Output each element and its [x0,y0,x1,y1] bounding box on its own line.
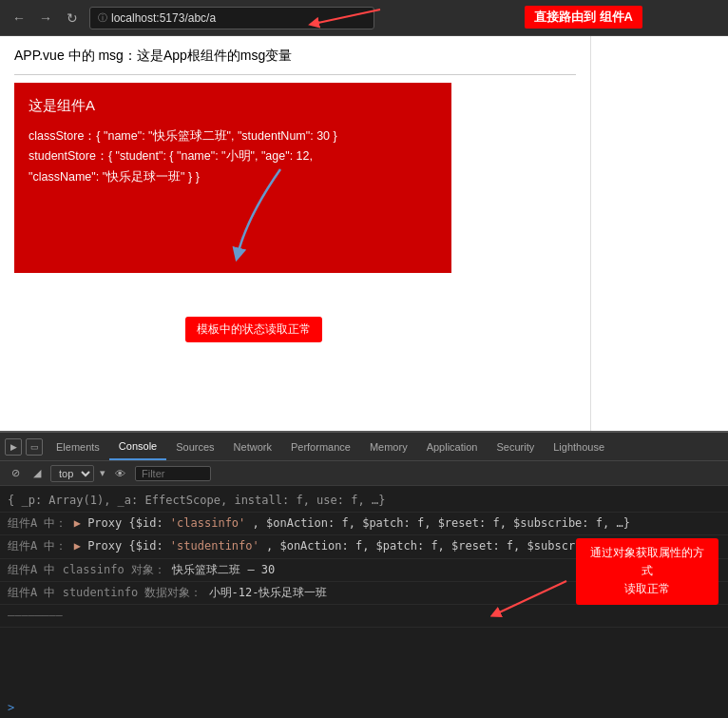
proxy-text-3: Proxy {$id: [87,539,170,553]
devtools-panel: ▶ ▭ Elements Console Sources Network Per… [0,431,728,718]
console-line-1: { _p: Array(1), _a: EffectScope, install… [0,490,728,513]
proxy-rest-2: , $onAction: f, $patch: f, $reset: f, $s… [253,516,630,530]
lock-icon: ⓘ [98,11,107,25]
right-panel [590,36,728,431]
arrow-to-address [304,5,390,33]
back-button[interactable]: ← [10,9,29,28]
separator-text: ———————— [8,609,63,622]
triangle-2: ▶ [74,516,87,530]
red-arrow-console [486,576,571,624]
component-label-4: 组件A 中 classinfo 对象： [8,563,172,576]
tab-elements[interactable]: Elements [47,433,109,460]
tab-lighthouse[interactable]: Lighthouse [544,433,614,460]
top-select[interactable]: top [50,465,94,482]
url-text: localhost:5173/abc/a [111,11,216,25]
annotation-direct-route: 直接路由到 组件A [525,6,642,29]
studentinfo-value: 小明-12-快乐足球一班 [209,586,328,599]
console-line-1-text: { _p: Array(1), _a: EffectScope, install… [8,494,385,507]
tab-security[interactable]: Security [487,433,544,460]
reload-button[interactable]: ↻ [63,9,82,28]
tab-console[interactable]: Console [109,433,166,460]
tab-memory[interactable]: Memory [360,433,417,460]
console-output: { _p: Array(1), _a: EffectScope, install… [0,486,728,697]
filter-input[interactable] [135,466,211,481]
devtools-icon-cursor[interactable]: ▶ [5,438,22,456]
class-store-line: classStore：{ "name": "快乐篮球二班", "studentN… [29,126,437,146]
devtools-icon-mobile[interactable]: ▭ [26,438,43,456]
divider [14,74,576,75]
browser-chrome: ← → ↻ ⓘ localhost:5173/abc/a 直接路由到 组件A [0,0,728,36]
tab-performance[interactable]: Performance [281,433,360,460]
console-line-2: 组件A 中： ▶ Proxy {$id: 'classinfo' , $onAc… [0,513,728,535]
proxy-id-2: 'classinfo' [170,516,245,530]
tab-application[interactable]: Application [417,433,488,460]
devtools-toolbar: ⊘ ◢ top ▾ 👁 [0,461,728,486]
component-a-title: 这是组件A [29,94,437,117]
page-area: APP.vue 中的 msg：这是App根组件的msg变量 这是组件A clas… [0,36,590,431]
console-prompt[interactable]: > [0,697,728,718]
filter-toggle-button[interactable]: ◢ [29,465,45,481]
dropdown-arrow-icon: ▾ [100,467,105,479]
devtools-tabs: ▶ ▭ Elements Console Sources Network Per… [0,433,728,461]
component-label-3: 组件A 中： [8,539,74,553]
annotation-console-read-ok: 通过对象获取属性的方式读取正常 [576,538,718,605]
triangle-3: ▶ [74,539,87,553]
component-label-2: 组件A 中： [8,516,74,530]
annotation-template-read: 模板中的状态读取正常 [185,317,322,342]
browser-content: APP.vue 中的 msg：这是App根组件的msg变量 这是组件A clas… [0,36,728,431]
blue-arrow [219,160,295,274]
clear-console-button[interactable]: ⊘ [8,465,24,481]
forward-button[interactable]: → [36,9,55,28]
eye-button[interactable]: 👁 [111,466,129,481]
proxy-id-3: 'studentinfo' [170,539,259,553]
app-message: APP.vue 中的 msg：这是App根组件的msg变量 [14,48,576,65]
tab-sources[interactable]: Sources [166,433,223,460]
console-line-separator: ———————— [0,605,728,628]
component-label-5: 组件A 中 studentinfo 数据对象： [8,586,209,599]
tab-network[interactable]: Network [224,433,281,460]
prompt-symbol: > [8,701,14,714]
proxy-text-2: Proxy {$id: [87,516,170,530]
classinfo-value: 快乐篮球二班 – 30 [172,563,275,576]
